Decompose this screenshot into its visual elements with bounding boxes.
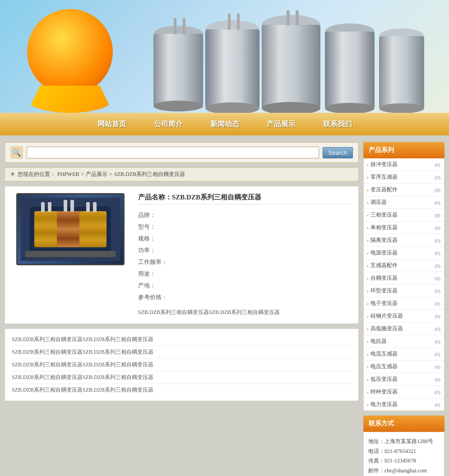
sidebar-contact-section: 联系方式 地址：上海市某某路1288号 电话：021-87654321 传真：0…: [363, 416, 444, 476]
sidebar-arrow-icon-5: »: [366, 225, 369, 230]
sidebar-item-name-18: 特种变压器: [370, 388, 435, 396]
sidebar-item-name-7: 电源变压器: [370, 249, 435, 257]
sidebar-item-count-10: (0): [435, 288, 440, 294]
sidebar-arrow-icon-4: »: [366, 213, 369, 217]
main-wrapper: 🔍 Search ▼ 您现在的位置： PHPWEB > 产品展示 > SZB.D…: [0, 135, 449, 476]
sidebar-item-16[interactable]: » 电压互感器 (0): [364, 360, 444, 373]
sidebar-item-name-10: 环型变压器: [370, 287, 435, 295]
svg-point-14: [379, 103, 424, 113]
sidebar-item-count-12: (0): [435, 314, 440, 319]
related-link-3[interactable]: SZB.DZB系列三相自耦变压器SZB.DZB系列三相自耦变压器: [12, 371, 352, 384]
sidebar-item-19[interactable]: » 电力变压器 (0): [364, 398, 444, 411]
svg-rect-10: [325, 32, 375, 108]
sidebar-arrow-icon-16: »: [366, 364, 369, 369]
sidebar-item-count-18: (0): [435, 389, 440, 395]
sidebar-arrow-icon-12: »: [366, 314, 369, 319]
product-description: SZB.DZB系列三相自耦变压器SZB.DZB系列三相自耦变压器: [138, 308, 352, 317]
nav-home[interactable]: 网站首页: [83, 113, 140, 135]
sidebar-item-count-17: (0): [435, 377, 440, 382]
related-link-0[interactable]: SZB.DZB系列三相自耦变压器SZB.DZB系列三相自耦变压器: [12, 333, 352, 346]
sidebar-arrow-icon-13: »: [366, 326, 369, 331]
sidebar-item-count-11: (0): [435, 301, 440, 306]
sidebar-arrow-icon-11: »: [366, 301, 369, 306]
svg-rect-16: [183, 18, 185, 34]
contact-address: 地址：上海市某某路1288号: [368, 437, 440, 447]
related-link-4[interactable]: SZB.DZB系列三相自耦变压器SZB.DZB系列三相自耦变压器: [12, 384, 352, 396]
sidebar-item-count-3: (0): [435, 200, 440, 205]
logo-circle: [27, 9, 113, 95]
sidebar-item-count-14: (0): [435, 339, 440, 344]
sidebar-arrow-icon-6: »: [366, 238, 369, 243]
svg-rect-29: [41, 202, 45, 212]
product-field-model: 型号：: [138, 223, 352, 231]
sidebar-item-7[interactable]: » 电源变压器 (0): [364, 247, 444, 259]
sidebar-item-9[interactable]: » 自耦变压器 (0): [364, 272, 444, 285]
sidebar-item-18[interactable]: » 特种变压器 (0): [364, 386, 444, 398]
sidebar-item-count-1: (0): [435, 175, 440, 180]
nav-news[interactable]: 新闻动态: [196, 113, 253, 135]
sidebar: 产品系列 » 脉冲变压器 (0) » 零序互感器 (0) » 变压器配件 (0): [363, 142, 444, 476]
sidebar-arrow-icon-14: »: [366, 339, 369, 344]
related-link-1[interactable]: SZB.DZB系列三相自耦变压器SZB.DZB系列三相自耦变压器: [12, 346, 352, 359]
sidebar-item-name-1: 零序互感器: [370, 173, 435, 181]
breadcrumb-arrow-icon: ▼: [9, 171, 16, 178]
sidebar-item-14[interactable]: » 电抗器 (0): [364, 335, 444, 348]
header-tanks: [133, 0, 449, 113]
breadcrumb-item-1[interactable]: 产品展示: [86, 171, 107, 178]
sidebar-item-6[interactable]: » 隔离变压器 (0): [364, 234, 444, 247]
contact-fax: 传真：021-12345678: [368, 456, 440, 466]
sidebar-arrow-icon-10: »: [366, 288, 369, 293]
breadcrumb: ▼ 您现在的位置： PHPWEB > 产品展示 > SZB.DZB系列三相自耦变…: [5, 167, 359, 181]
svg-rect-20: [296, 10, 299, 25]
product-image-wrap: [12, 193, 129, 317]
sidebar-item-count-15: (0): [435, 351, 440, 357]
nav-contact[interactable]: 联系我们: [309, 113, 366, 135]
product-detail-box: 产品名称：SZB.DZB系列三相自耦变压器 品牌： 型号： 规格： 功率： 工作…: [5, 186, 359, 324]
related-link-2[interactable]: SZB.DZB系列三相自耦变压器SZB.DZB系列三相自耦变压器: [12, 359, 352, 371]
sidebar-item-name-17: 低压变压器: [370, 375, 435, 383]
contact-phone: 电话：021-87654321: [368, 447, 440, 457]
sidebar-item-12[interactable]: » 硅钢片变压器 (0): [364, 310, 444, 323]
sidebar-item-name-19: 电力变压器: [370, 401, 435, 408]
header: [0, 0, 449, 113]
svg-rect-28: [79, 211, 106, 247]
search-input[interactable]: [27, 147, 319, 158]
sidebar-item-15[interactable]: » 电流互感器 (0): [364, 348, 444, 360]
sidebar-arrow-icon-18: »: [366, 389, 369, 394]
nav-about[interactable]: 公司简介: [140, 113, 196, 135]
sidebar-item-13[interactable]: » 高低频变压器 (0): [364, 323, 444, 335]
sidebar-arrow-icon-17: »: [366, 377, 369, 382]
product-field-usage: 用途：: [138, 270, 352, 278]
svg-rect-34: [93, 202, 97, 212]
sidebar-item-10[interactable]: » 环型变压器 (0): [364, 285, 444, 297]
svg-rect-7: [262, 25, 320, 108]
product-image: [16, 193, 125, 265]
product-field-spec: 规格：: [138, 235, 352, 243]
sidebar-item-name-15: 电流互感器: [370, 350, 435, 358]
sidebar-arrow-icon-3: »: [366, 200, 369, 205]
nav-products[interactable]: 产品展示: [253, 113, 309, 135]
product-field-origin: 产地：: [138, 282, 352, 290]
product-field-price: 参考价格：: [138, 293, 352, 301]
sidebar-item-4[interactable]: » 三相变压器 (8): [364, 209, 444, 222]
sidebar-item-11[interactable]: » 电子变压器 (0): [364, 297, 444, 310]
svg-rect-13: [379, 36, 424, 108]
sidebar-item-2[interactable]: » 变压器配件 (0): [364, 184, 444, 196]
product-series-title: 产品系列: [363, 142, 444, 158]
breadcrumb-sep-1: >: [109, 171, 112, 178]
sidebar-item-8[interactable]: » 互感器配件 (0): [364, 259, 444, 272]
sidebar-item-17[interactable]: » 低压变压器 (0): [364, 373, 444, 386]
sidebar-item-0[interactable]: » 脉冲变压器 (0): [364, 158, 444, 171]
sidebar-item-5[interactable]: » 单相变压器 (0): [364, 222, 444, 234]
sidebar-item-count-7: (0): [435, 250, 440, 256]
svg-point-2: [153, 101, 203, 111]
sidebar-product-series: 产品系列 » 脉冲变压器 (0) » 零序互感器 (0) » 变压器配件 (0): [363, 142, 444, 411]
svg-rect-4: [205, 29, 259, 108]
search-button[interactable]: Search: [323, 147, 353, 158]
sidebar-item-name-4: 三相变压器: [370, 211, 435, 219]
sidebar-item-count-6: (0): [435, 238, 440, 243]
breadcrumb-item-0[interactable]: PHPWEB: [57, 171, 79, 178]
sidebar-item-3[interactable]: » 调压器 (0): [364, 196, 444, 209]
sidebar-item-1[interactable]: » 零序互感器 (0): [364, 171, 444, 184]
sidebar-item-name-14: 电抗器: [370, 337, 435, 345]
